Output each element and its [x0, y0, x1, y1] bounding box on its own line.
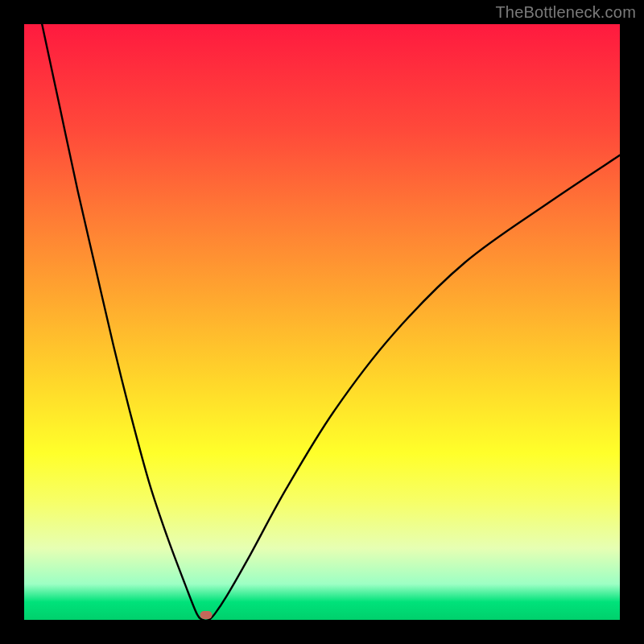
watermark-text: TheBottleneck.com: [495, 3, 636, 22]
chart-frame: TheBottleneck.com: [0, 0, 644, 644]
minimum-marker: [200, 611, 212, 619]
curve-svg: [24, 24, 620, 620]
plot-area: [24, 24, 620, 620]
bottleneck-curve: [42, 24, 620, 620]
